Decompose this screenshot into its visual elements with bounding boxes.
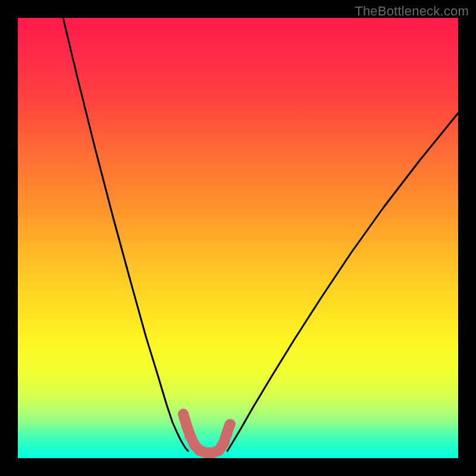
series-left-curve — [63, 18, 188, 451]
bead-marker — [225, 419, 236, 430]
series-layer — [63, 18, 458, 453]
chart-frame: TheBottleneck.com — [0, 0, 476, 476]
watermark-text: TheBottleneck.com — [355, 4, 469, 19]
series-right-curve — [227, 113, 458, 451]
bead-marker — [181, 419, 192, 430]
chart-svg — [18, 18, 458, 458]
bead-marker — [178, 409, 189, 419]
bead-marker — [222, 428, 233, 439]
plot-area — [18, 18, 458, 458]
